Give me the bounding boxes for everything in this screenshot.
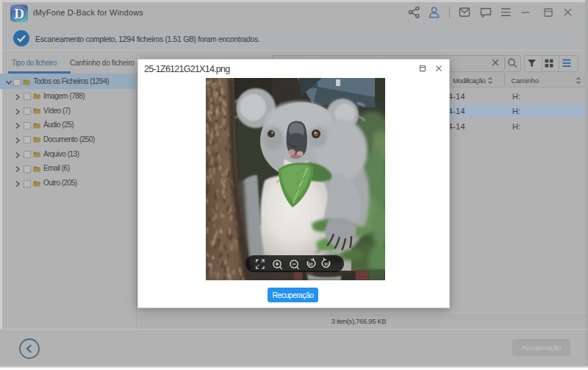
svg-text:90: 90 [309,262,313,266]
svg-text:90: 90 [324,262,329,266]
